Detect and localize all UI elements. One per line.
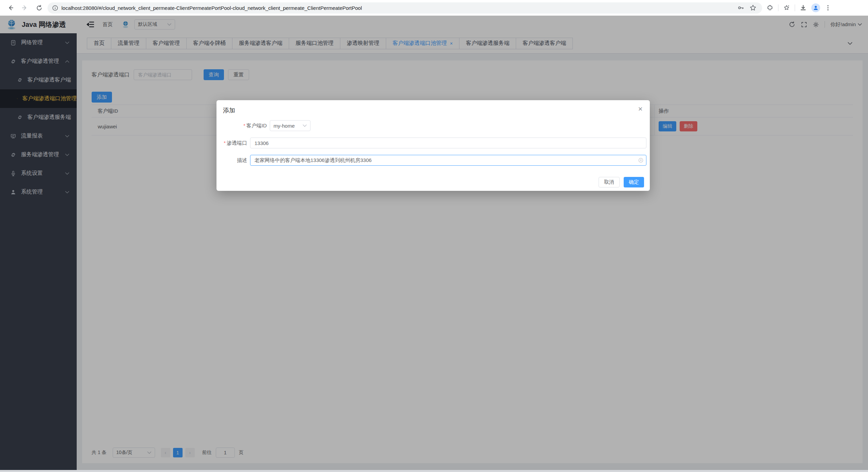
divider bbox=[795, 4, 795, 11]
downloads-icon[interactable] bbox=[799, 4, 807, 12]
password-key-icon[interactable] bbox=[737, 4, 744, 12]
required-asterisk: * bbox=[224, 140, 226, 146]
form-row-port: *渗透端口 bbox=[223, 138, 646, 148]
chevron-down-icon bbox=[303, 124, 307, 127]
clear-input-icon[interactable] bbox=[638, 158, 643, 163]
forward-arrow-icon bbox=[21, 4, 28, 11]
dialog-form: *客户端ID my-home *渗透端口 描述 bbox=[223, 120, 646, 166]
browser-forward-button[interactable] bbox=[19, 2, 31, 14]
browser-back-button[interactable] bbox=[5, 2, 16, 14]
form-row-client-id: *客户端ID my-home bbox=[223, 120, 646, 131]
port-input[interactable] bbox=[250, 138, 646, 148]
client-id-label: *客户端ID bbox=[223, 123, 270, 129]
browser-reload-button[interactable] bbox=[33, 2, 45, 14]
required-asterisk: * bbox=[243, 123, 245, 128]
cancel-button[interactable]: 取消 bbox=[599, 177, 620, 187]
extensions-puzzle-icon[interactable] bbox=[766, 4, 774, 12]
dialog-footer: 取消 确定 bbox=[223, 177, 646, 187]
url-text[interactable]: localhost:28080/#/cloud_network_client_p… bbox=[61, 5, 362, 11]
bookmark-star-icon[interactable] bbox=[749, 4, 757, 12]
reload-icon bbox=[36, 5, 42, 11]
browser-profile-avatar[interactable] bbox=[811, 3, 820, 12]
extension-star-icon[interactable] bbox=[783, 4, 790, 12]
window-bottom-edge bbox=[0, 470, 868, 472]
form-row-description: 描述 bbox=[223, 155, 646, 166]
description-input[interactable] bbox=[250, 155, 646, 166]
app-root: Java 网络渗透 首页 默认区域 你好!admin bbox=[0, 16, 868, 470]
modal-overlay[interactable] bbox=[0, 16, 868, 470]
client-id-select-value: my-home bbox=[273, 123, 301, 129]
browser-actions bbox=[765, 3, 831, 12]
dialog-title: 添加 bbox=[223, 106, 646, 114]
address-bar[interactable]: localhost:28080/#/cloud_network_client_p… bbox=[48, 2, 762, 14]
site-info-icon[interactable] bbox=[52, 5, 58, 11]
confirm-button[interactable]: 确定 bbox=[624, 177, 644, 187]
port-label: *渗透端口 bbox=[223, 140, 250, 146]
client-id-select[interactable]: my-home bbox=[270, 120, 310, 131]
browser-toolbar: localhost:28080/#/cloud_network_client_p… bbox=[0, 0, 868, 16]
divider bbox=[778, 4, 778, 11]
description-label: 描述 bbox=[223, 157, 250, 164]
add-dialog: 添加 ✕ *客户端ID my-home *渗透端口 描述 bbox=[216, 100, 650, 191]
profile-person-icon bbox=[813, 5, 819, 11]
dialog-close-icon[interactable]: ✕ bbox=[636, 105, 644, 113]
back-arrow-icon bbox=[7, 4, 14, 11]
browser-menu-icon[interactable] bbox=[825, 4, 831, 11]
